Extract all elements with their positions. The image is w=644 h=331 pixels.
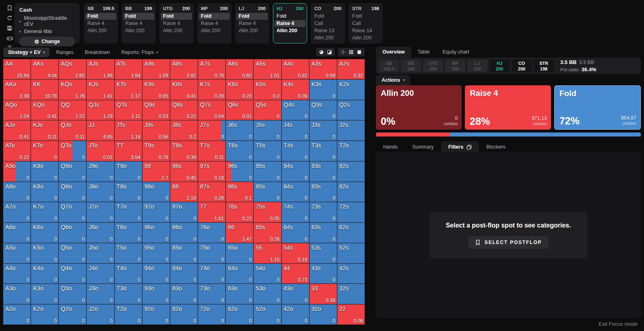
- hand-cell-T5s[interactable]: T5s0: [254, 141, 281, 161]
- hand-cell-Q5s[interactable]: Q5s0: [254, 100, 281, 120]
- position-chip-utg[interactable]: UTG200: [423, 60, 443, 72]
- hand-cell-95o[interactable]: 95o0: [142, 243, 170, 263]
- action-option-fold[interactable]: Fold: [312, 13, 343, 20]
- hand-cell-J8o[interactable]: J8o0: [87, 182, 114, 202]
- hand-cell-J5s[interactable]: J5s0: [254, 120, 281, 141]
- action-option-fold[interactable]: Fold: [350, 13, 381, 20]
- tab-overview[interactable]: Overview: [376, 47, 411, 58]
- hand-cell-75o[interactable]: 75o0: [198, 243, 225, 263]
- action-option-call[interactable]: Call: [350, 20, 381, 27]
- hand-cell-97o[interactable]: 97o0: [142, 202, 170, 222]
- hand-cell-K6o[interactable]: K6o0: [31, 223, 58, 243]
- hand-cell-K5o[interactable]: K5o0: [31, 243, 58, 263]
- hand-cell-J4s[interactable]: J4s0: [282, 120, 309, 141]
- actions-dropdown[interactable]: Actions ▾: [376, 75, 410, 86]
- hand-cell-QJo[interactable]: QJo0.11: [59, 120, 86, 141]
- hand-cell-Q2s[interactable]: Q2s: [337, 100, 365, 120]
- position-panel-lj[interactable]: LJ200FoldRaise 4Allin 200: [235, 3, 269, 43]
- fit-view-icon[interactable]: [340, 49, 346, 55]
- hand-cell-54o[interactable]: 54o0: [254, 264, 281, 284]
- hand-cell-K8o[interactable]: K8o0: [31, 182, 58, 202]
- tab-summary[interactable]: Summary: [405, 141, 441, 153]
- hand-cell-94s[interactable]: 94s0: [282, 161, 309, 182]
- save-icon[interactable]: [6, 25, 13, 32]
- hand-cell-A9o[interactable]: A9o0: [3, 161, 31, 182]
- hand-cell-J7o[interactable]: J7o0: [87, 202, 114, 222]
- hand-cell-99[interactable]: 992.7: [142, 161, 170, 182]
- action-option-fold[interactable]: Fold: [237, 13, 268, 20]
- position-panel-bb[interactable]: BB199FoldRaise 4Allin 200: [122, 3, 156, 43]
- hand-cell-66[interactable]: 661.47: [226, 223, 253, 243]
- hand-cell-AA[interactable]: AA15.94: [3, 59, 31, 79]
- hand-cell-K6s[interactable]: K6s0.23: [226, 80, 253, 100]
- hand-cell-J6o[interactable]: J6o0: [87, 223, 114, 243]
- position-chip-bb[interactable]: BB199: [401, 60, 421, 72]
- position-panel-co[interactable]: CO200FoldCallRaise 13Allin 200: [311, 3, 345, 43]
- position-panel-utg[interactable]: UTG200FoldRaise 4Allin 200: [159, 3, 194, 43]
- action-option-fold[interactable]: Fold: [199, 13, 230, 20]
- hand-cell-75s[interactable]: 75s0.05: [254, 202, 281, 222]
- hand-cell-A6o[interactable]: A6o0: [3, 223, 31, 243]
- exit-focus-mode[interactable]: Exit Focus mode: [599, 321, 638, 327]
- hand-cell-T6s[interactable]: T6s0: [226, 141, 253, 161]
- hand-cell-T4s[interactable]: T4s0: [282, 141, 309, 161]
- hand-cell-96o[interactable]: 96o0: [142, 223, 170, 243]
- hand-cell-63o[interactable]: 63o0: [226, 284, 253, 304]
- hand-cell-K9o[interactable]: K9o0: [31, 161, 58, 182]
- tab-blockers[interactable]: Blockers: [479, 141, 513, 153]
- hand-cell-T7s[interactable]: T7s0.11: [198, 141, 225, 161]
- hand-cell-93s[interactable]: 93s0: [310, 161, 337, 182]
- tab-filters[interactable]: Filters: [441, 141, 479, 153]
- hand-cell-43o[interactable]: 43o0: [282, 284, 309, 304]
- hand-cell-QTs[interactable]: QTs1.11: [115, 100, 142, 120]
- hand-cell-K5s[interactable]: K5s0.2: [254, 80, 281, 100]
- hand-cell-JTo[interactable]: JTo0.03: [87, 141, 114, 161]
- hand-cell-83s[interactable]: 83s0: [310, 182, 337, 202]
- hand-cell-82o[interactable]: 82o0: [170, 304, 198, 325]
- hand-cell-KQo[interactable]: KQo0.41: [31, 100, 58, 120]
- hand-cell-Q2o[interactable]: Q2o0: [59, 304, 86, 325]
- hand-cell-T8o[interactable]: T8o0: [115, 182, 142, 202]
- hand-cell-83o[interactable]: 83o0: [170, 284, 198, 304]
- hand-cell-22[interactable]: 220.08: [337, 304, 365, 325]
- hand-cell-ATo[interactable]: ATo0.22: [3, 141, 31, 161]
- hand-cell-85o[interactable]: 85o0: [170, 243, 198, 263]
- hand-cell-T7o[interactable]: T7o0: [115, 202, 142, 222]
- position-chip-hj[interactable]: HJ200: [489, 60, 510, 72]
- hand-cell-K8s[interactable]: K8s0.41: [170, 80, 198, 100]
- hand-cell-52s[interactable]: 52s: [337, 243, 365, 263]
- hand-cell-KTs[interactable]: KTs1.17: [115, 80, 142, 100]
- hand-cell-K3o[interactable]: K3o0: [31, 284, 58, 304]
- tab-hands[interactable]: Hands: [376, 141, 405, 153]
- hand-cell-Q7o[interactable]: Q7o0: [59, 202, 86, 222]
- bookmark-icon[interactable]: [6, 4, 13, 12]
- hand-cell-AJs[interactable]: AJs1.98: [87, 59, 114, 79]
- action-option-allin-200[interactable]: Allin 200: [161, 27, 192, 34]
- hand-cell-A3o[interactable]: A3o0: [3, 284, 31, 304]
- tab-table[interactable]: Table: [411, 47, 436, 58]
- hand-cell-JTs[interactable]: JTs1.14: [115, 120, 142, 141]
- hand-cell-98o[interactable]: 98o0: [142, 182, 170, 202]
- action-option-fold[interactable]: Fold: [123, 13, 154, 20]
- hand-cell-A4s[interactable]: A4s0.82: [282, 59, 309, 79]
- hand-cell-33[interactable]: 330.38: [310, 284, 337, 304]
- hand-cell-Q8o[interactable]: Q8o0: [59, 182, 86, 202]
- hand-cell-64o[interactable]: 64o0: [226, 264, 253, 284]
- action-option-raise-4[interactable]: Raise 4: [237, 20, 268, 27]
- hand-cell-K9s[interactable]: K9s0.65: [142, 80, 170, 100]
- action-option-raise-4[interactable]: Raise 4: [85, 20, 116, 27]
- hand-cell-73s[interactable]: 73s0: [310, 202, 337, 222]
- hand-cell-62s[interactable]: 62s: [337, 223, 365, 243]
- hand-cell-85s[interactable]: 85s0: [254, 182, 281, 202]
- hand-cell-K2o[interactable]: K2o0: [31, 304, 58, 325]
- hand-cell-K4s[interactable]: K4s0.09: [282, 80, 309, 100]
- hand-cell-T4o[interactable]: T4o0: [115, 264, 142, 284]
- hand-cell-98s[interactable]: 98s0.45: [170, 161, 198, 182]
- action-option-fold[interactable]: Fold: [85, 13, 116, 20]
- hand-cell-Q5o[interactable]: Q5o0: [59, 243, 86, 263]
- hand-cell-53o[interactable]: 53o0: [254, 284, 281, 304]
- hand-cell-Q9s[interactable]: Q9s0.53: [142, 100, 170, 120]
- hand-cell-44[interactable]: 440.73: [282, 264, 309, 284]
- action-option-fold[interactable]: Fold: [275, 13, 305, 20]
- hand-cell-J2s[interactable]: J2s: [337, 120, 365, 141]
